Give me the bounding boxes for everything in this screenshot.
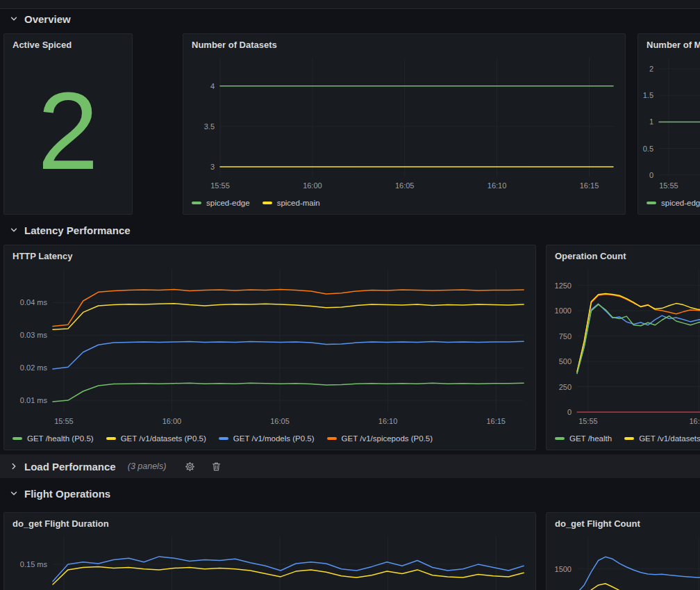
svg-text:1000: 1000 [555,306,572,315]
svg-text:16:10: 16:10 [488,181,507,190]
http-latency-chart[interactable]: 15:5516:0016:0516:1016:150.01 ms0.02 ms0… [4,265,535,429]
legend-swatch [106,437,116,440]
panel-do-get-flight-duration: do_get Flight Duration 15:5516:0016:0516… [3,512,536,590]
svg-text:0.15 ms: 0.15 ms [20,560,48,568]
svg-text:16:00: 16:00 [303,181,322,190]
svg-text:16:00: 16:00 [162,417,182,425]
svg-text:2: 2 [649,65,653,73]
svg-text:16:05: 16:05 [395,181,415,190]
panel-number-of-datasets: Number of Datasets 15:5516:0016:0516:101… [183,33,626,215]
section-header-flight-operations[interactable]: Flight Operations [10,486,110,501]
panel-title[interactable]: HTTP Latency [4,245,535,265]
legend-swatch [327,437,337,440]
panels-count-note: (3 panels) [128,461,167,471]
chevron-down-icon [10,489,18,498]
top-toolbar [0,0,700,9]
svg-text:250: 250 [559,383,572,391]
legend-swatch [219,437,228,440]
svg-text:0.02 ms: 0.02 ms [20,363,48,372]
svg-text:0.04 ms: 0.04 ms [20,298,48,306]
legend-swatch [555,437,565,440]
svg-text:1500: 1500 [555,565,572,573]
panel-title[interactable]: do_get Flight Duration [4,513,535,532]
http-latency-legend: GET /health (P0.5)GET /v1/datasets (P0.5… [12,432,535,445]
trash-icon[interactable] [211,461,222,472]
chevron-right-icon [10,462,18,470]
models-legend: spiced-edge [647,196,700,210]
datasets-chart[interactable]: 15:5516:0016:0516:1016:1533.54 [183,54,625,193]
section-title: Flight Operations [24,488,110,500]
operation-count-chart[interactable]: 15:5516:00025050075010001250 [547,265,700,429]
svg-text:15:55: 15:55 [54,417,74,425]
chevron-down-icon [10,226,18,234]
panel-do-get-flight-count: do_get Flight Count 15:5516:001500 [546,512,700,590]
svg-text:4: 4 [210,82,215,90]
legend-item[interactable]: GET /health (P0.5) [12,434,94,443]
svg-text:3.5: 3.5 [204,122,215,131]
svg-text:0.5: 0.5 [643,145,653,153]
svg-text:16:10: 16:10 [378,417,398,425]
flight-count-chart[interactable]: 15:5516:001500 [547,532,700,590]
svg-text:500: 500 [559,357,572,366]
legend-item[interactable]: GET /v1/spicepods (P0.5) [327,434,433,443]
panel-title[interactable]: do_get Flight Count [547,513,700,532]
datasets-legend: spiced-edgespiced-main [192,196,625,210]
operation-count-legend: GET /healthGET /v1/datasets [555,432,700,445]
svg-text:16:00: 16:00 [689,417,700,425]
svg-text:1: 1 [649,117,653,126]
svg-text:16:05: 16:05 [270,417,290,425]
section-title: Load Performance [24,461,116,473]
svg-text:1.5: 1.5 [643,91,653,99]
legend-swatch [192,202,201,204]
svg-text:0.03 ms: 0.03 ms [20,331,48,339]
models-chart[interactable]: 15:5500.511.52 [638,54,700,193]
svg-text:15:55: 15:55 [659,181,678,190]
svg-text:15:55: 15:55 [578,417,598,425]
legend-item[interactable]: spiced-edge [192,199,250,207]
svg-text:3: 3 [210,163,215,171]
legend-swatch [12,437,22,440]
legend-item[interactable]: spiced-edge [647,199,700,207]
svg-text:1250: 1250 [555,281,572,290]
section-title: Overview [24,13,71,25]
legend-swatch [262,202,272,204]
svg-text:0: 0 [567,408,572,416]
section-header-overview[interactable]: Overview [10,11,71,26]
section-header-latency-performance[interactable]: Latency Performance [10,222,131,238]
svg-text:15:55: 15:55 [210,181,230,190]
panel-title[interactable]: Operation Count [547,245,700,265]
svg-text:0.01 ms: 0.01 ms [20,396,48,404]
section-header-load-performance[interactable]: Load Performance (3 panels) [0,454,700,478]
svg-text:16:15: 16:15 [486,417,506,425]
legend-item[interactable]: GET /v1/datasets (P0.5) [106,434,206,443]
panel-number-of-models: Number of Models 15:5500.511.52 spiced-e… [638,33,700,215]
svg-text:16:15: 16:15 [580,181,599,190]
panel-operation-count: Operation Count 15:5516:0002505007501000… [546,245,700,450]
stat-value: 2 [4,51,132,210]
panel-title[interactable]: Number of Datasets [183,34,625,54]
panel-http-latency: HTTP Latency 15:5516:0016:0516:1016:150.… [3,245,536,450]
gear-icon[interactable] [185,461,195,472]
section-title: Latency Performance [24,224,131,236]
panel-active-spiced: Active Spiced 2 [3,33,133,215]
legend-swatch [647,202,656,204]
svg-text:750: 750 [559,332,572,341]
flight-duration-chart[interactable]: 15:5516:0016:0516:1016:150.15 ms [4,532,535,590]
legend-item[interactable]: GET /v1/models (P0.5) [219,434,315,443]
svg-text:0: 0 [649,171,653,179]
legend-item[interactable]: GET /health [555,434,612,443]
legend-item[interactable]: GET /v1/datasets [624,434,700,443]
legend-swatch [624,437,634,440]
legend-item[interactable]: spiced-main [262,199,320,207]
panel-title[interactable]: Number of Models [638,34,700,54]
chevron-down-icon [10,15,18,23]
